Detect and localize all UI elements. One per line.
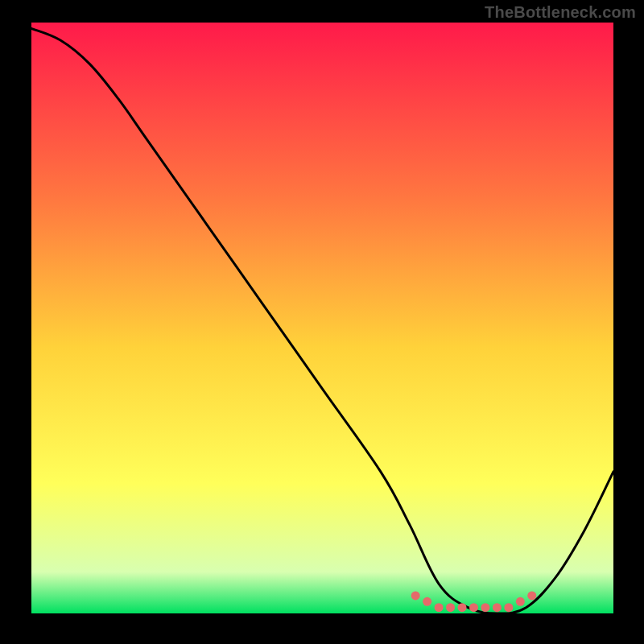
optimal-point [435, 603, 444, 612]
optimal-point [504, 603, 513, 612]
plot-background [31, 23, 613, 613]
watermark-text: TheBottleneck.com [485, 3, 636, 22]
optimal-point [469, 603, 478, 612]
optimal-point [446, 603, 455, 612]
optimal-point [423, 597, 431, 606]
optimal-point [411, 591, 420, 600]
plot-area [31, 23, 613, 613]
optimal-point [481, 603, 489, 612]
optimal-point [527, 591, 536, 600]
bottleneck-chart [0, 0, 644, 644]
optimal-point [516, 597, 525, 606]
optimal-point [493, 603, 502, 612]
chart-container: TheBottleneck.com [0, 0, 644, 644]
optimal-point [458, 603, 467, 612]
